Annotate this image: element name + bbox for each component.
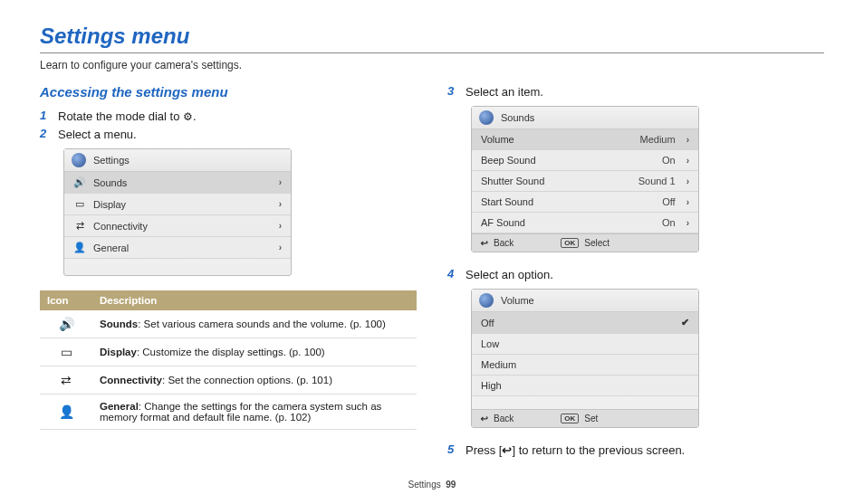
left-column: Accessing the settings menu 1 Rotate the… bbox=[40, 84, 417, 461]
camera-ui-sounds: Sounds Volume Medium › Beep Sound On › S… bbox=[471, 106, 699, 252]
camera-ui-volume: Volume Off ✔ Low Medium High ↪ Back OK S… bbox=[471, 289, 699, 428]
chevron-right-icon: › bbox=[686, 135, 689, 145]
mode-dial-icon bbox=[72, 153, 86, 167]
cam1-title: Settings bbox=[93, 155, 130, 166]
row-desc: : Set various camera sounds and the volu… bbox=[138, 319, 386, 329]
step-number: 4 bbox=[447, 267, 458, 281]
option-label: Low bbox=[481, 338, 689, 349]
page-title: Settings menu bbox=[40, 24, 824, 49]
row-bold: General bbox=[100, 401, 139, 412]
chevron-right-icon: › bbox=[279, 177, 282, 187]
chevron-right-icon: › bbox=[686, 176, 689, 186]
sounds-item-volume[interactable]: Volume Medium › bbox=[472, 129, 698, 150]
option-label: Medium bbox=[481, 359, 689, 370]
cam2-title: Sounds bbox=[501, 112, 534, 123]
row-desc: : Change the settings for the camera sys… bbox=[100, 401, 381, 423]
menu-label: Connectivity bbox=[93, 221, 268, 232]
section-heading: Accessing the settings menu bbox=[40, 84, 417, 100]
page-subtitle: Learn to configure your camera's setting… bbox=[40, 59, 824, 71]
general-icon: 👤 bbox=[73, 242, 86, 253]
step-2-text: Select a menu. bbox=[58, 127, 137, 141]
item-value: Off bbox=[662, 196, 675, 207]
step-1-text-after: . bbox=[193, 109, 197, 123]
gear-icon: ⚙ bbox=[183, 110, 193, 123]
step-1: 1 Rotate the mode dial to ⚙. bbox=[40, 109, 417, 123]
chevron-right-icon: › bbox=[279, 199, 282, 209]
mode-dial-icon bbox=[479, 110, 494, 125]
item-label: Volume bbox=[481, 134, 633, 145]
footer-action-label[interactable]: Set bbox=[584, 414, 598, 423]
th-icon: Icon bbox=[40, 290, 92, 310]
th-description: Description bbox=[92, 290, 417, 310]
menu-item-display[interactable]: ▭ Display › bbox=[64, 194, 291, 215]
sounds-item-shutter[interactable]: Shutter Sound Sound 1 › bbox=[472, 171, 698, 192]
chevron-right-icon: › bbox=[686, 218, 689, 228]
item-value: Sound 1 bbox=[638, 176, 676, 186]
ok-icon: OK bbox=[561, 238, 579, 248]
step-3-text: Select an item. bbox=[466, 84, 543, 99]
sounds-item-beep[interactable]: Beep Sound On › bbox=[472, 150, 698, 171]
page-footer: Settings 99 bbox=[0, 480, 864, 490]
check-icon: ✔ bbox=[681, 317, 689, 328]
ok-icon: OK bbox=[561, 414, 579, 423]
menu-label: General bbox=[93, 242, 268, 253]
item-label: Beep Sound bbox=[481, 155, 655, 166]
volume-option-low[interactable]: Low bbox=[472, 334, 698, 355]
menu-item-sounds[interactable]: 🔊 Sounds › bbox=[64, 172, 291, 194]
step-5-text-after: ] to return to the previous screen. bbox=[512, 443, 685, 457]
step-3: 3 Select an item. bbox=[447, 84, 824, 99]
row-desc: : Customize the display settings. (p. 10… bbox=[137, 347, 325, 357]
chevron-right-icon: › bbox=[279, 242, 282, 252]
step-number: 5 bbox=[447, 442, 458, 456]
item-value: Medium bbox=[640, 134, 676, 145]
footer-back-label[interactable]: Back bbox=[494, 238, 514, 248]
menu-label: Sounds bbox=[93, 177, 268, 188]
menu-item-general[interactable]: 👤 General › bbox=[64, 237, 291, 259]
row-bold: Connectivity bbox=[100, 375, 162, 385]
menu-item-connectivity[interactable]: ⇄ Connectivity › bbox=[64, 215, 291, 237]
sound-icon: 🔊 bbox=[73, 176, 86, 188]
step-5: 5 Press [↪] to return to the previous sc… bbox=[447, 442, 824, 457]
sounds-item-start[interactable]: Start Sound Off › bbox=[472, 192, 698, 213]
item-label: AF Sound bbox=[481, 217, 655, 228]
menu-label: Display bbox=[93, 199, 268, 210]
chevron-right-icon: › bbox=[279, 221, 282, 231]
option-label: High bbox=[481, 380, 689, 391]
footer-page-number: 99 bbox=[446, 480, 456, 490]
volume-option-high[interactable]: High bbox=[472, 376, 698, 396]
sounds-item-af[interactable]: AF Sound On › bbox=[472, 213, 698, 233]
back-icon: ↪ bbox=[481, 238, 488, 248]
option-label: Off bbox=[481, 318, 674, 328]
step-2: 2 Select a menu. bbox=[40, 127, 417, 141]
sound-icon: 🔊 bbox=[40, 310, 92, 338]
row-bold: Sounds bbox=[100, 319, 138, 329]
chevron-right-icon: › bbox=[686, 197, 689, 207]
connectivity-icon: ⇄ bbox=[73, 220, 86, 232]
step-number: 2 bbox=[40, 127, 51, 140]
table-row: ⇄ Connectivity: Set the connection optio… bbox=[40, 366, 417, 395]
step-4-text: Select an option. bbox=[466, 267, 553, 281]
cam3-title: Volume bbox=[501, 295, 534, 306]
right-column: 3 Select an item. Sounds Volume Medium ›… bbox=[447, 84, 824, 461]
volume-option-off[interactable]: Off ✔ bbox=[472, 312, 698, 334]
back-icon: ↪ bbox=[481, 414, 488, 423]
back-icon: ↪ bbox=[502, 443, 512, 457]
footer-section: Settings bbox=[408, 480, 441, 490]
mode-dial-icon bbox=[479, 293, 494, 308]
item-value: On bbox=[662, 155, 676, 166]
footer-action-label[interactable]: Select bbox=[584, 238, 610, 248]
step-1-text-before: Rotate the mode dial to bbox=[58, 109, 183, 123]
step-number: 3 bbox=[447, 84, 458, 98]
step-number: 1 bbox=[40, 109, 51, 122]
chevron-right-icon: › bbox=[686, 156, 689, 166]
item-value: On bbox=[662, 217, 676, 228]
table-row: 👤 General: Change the settings for the c… bbox=[40, 395, 417, 430]
step-4: 4 Select an option. bbox=[447, 267, 824, 281]
camera-ui-settings: Settings 🔊 Sounds › ▭ Display › ⇄ Connec… bbox=[63, 148, 292, 276]
item-label: Shutter Sound bbox=[481, 176, 631, 186]
display-icon: ▭ bbox=[40, 338, 92, 366]
item-label: Start Sound bbox=[481, 196, 655, 207]
table-row: ▭ Display: Customize the display setting… bbox=[40, 338, 417, 366]
footer-back-label[interactable]: Back bbox=[494, 414, 514, 423]
volume-option-medium[interactable]: Medium bbox=[472, 355, 698, 376]
